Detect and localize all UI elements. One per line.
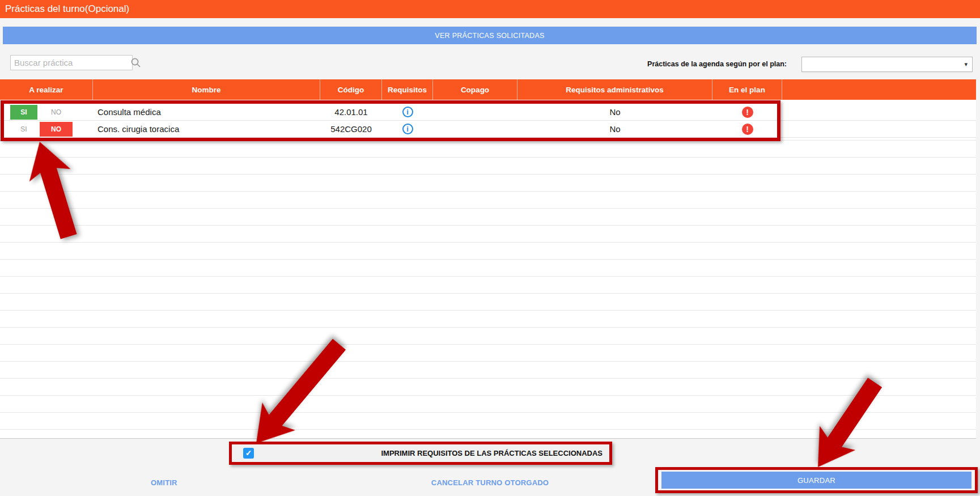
search-practice-box[interactable] <box>10 55 133 70</box>
print-requirements-label: IMPRIMIR REQUISITOS DE LAS PRÁCTICAS SEL… <box>381 449 603 457</box>
empty-rows <box>0 138 976 438</box>
page-title: Prácticas del turno(Opcional) <box>0 0 980 18</box>
toggle-no-button[interactable]: NO <box>40 122 73 137</box>
col-codigo: Código <box>320 79 382 100</box>
col-requisitos-administrativos: Requisitos administrativos <box>517 79 712 100</box>
req-admin-cell: No <box>517 124 712 134</box>
col-a-realizar: A realizar <box>0 79 93 100</box>
table-header: A realizar Nombre Código Requisitos Copa… <box>0 79 976 100</box>
col-filler <box>782 79 976 100</box>
exclamation-icon: ! <box>742 124 753 135</box>
col-en-el-plan: En el plan <box>712 79 782 100</box>
table-row[interactable]: SI NO Consulta médica 42.01.01 i No ! <box>0 100 976 121</box>
search-input[interactable] <box>11 56 130 70</box>
ver-practicas-button[interactable]: VER PRÁCTICAS SOLICITADAS <box>3 27 977 44</box>
req-admin-cell: No <box>517 107 712 117</box>
toggle-no-button[interactable]: NO <box>40 105 73 120</box>
toggle-si-button[interactable]: SI <box>10 105 37 120</box>
print-requirements-checkbox[interactable]: ✓ <box>243 448 254 459</box>
table-row[interactable]: SI NO Cons. cirugia toracica 542CG020 i … <box>0 121 976 138</box>
practice-code: 42.01.01 <box>320 107 382 117</box>
practice-name: Consulta médica <box>93 107 320 117</box>
toggle-si-button[interactable]: SI <box>10 122 37 137</box>
exclamation-icon: ! <box>742 107 753 118</box>
info-icon[interactable]: i <box>402 107 413 117</box>
practice-name: Cons. cirugia toracica <box>93 124 320 134</box>
guardar-button[interactable]: GUARDAR <box>661 472 971 489</box>
col-nombre: Nombre <box>93 79 320 100</box>
plan-select[interactable]: ▾ <box>801 57 973 72</box>
practices-table-body: SI NO Consulta médica 42.01.01 i No ! SI… <box>0 100 976 439</box>
col-copago: Copago <box>433 79 517 100</box>
col-requisitos: Requisitos <box>382 79 433 100</box>
omitir-link[interactable]: OMITIR <box>151 478 177 487</box>
annotation-box-guardar: GUARDAR <box>655 467 978 493</box>
info-icon[interactable]: i <box>402 124 413 134</box>
chevron-down-icon: ▾ <box>964 61 968 67</box>
search-icon <box>130 57 142 69</box>
practice-code: 542CG020 <box>320 124 382 134</box>
annotation-box-print-option: ✓ IMPRIMIR REQUISITOS DE LAS PRÁCTICAS S… <box>229 442 612 465</box>
cancelar-turno-link[interactable]: CANCELAR TURNO OTORGADO <box>431 478 549 487</box>
plan-filter-label: Prácticas de la agenda según por el plan… <box>647 60 787 68</box>
